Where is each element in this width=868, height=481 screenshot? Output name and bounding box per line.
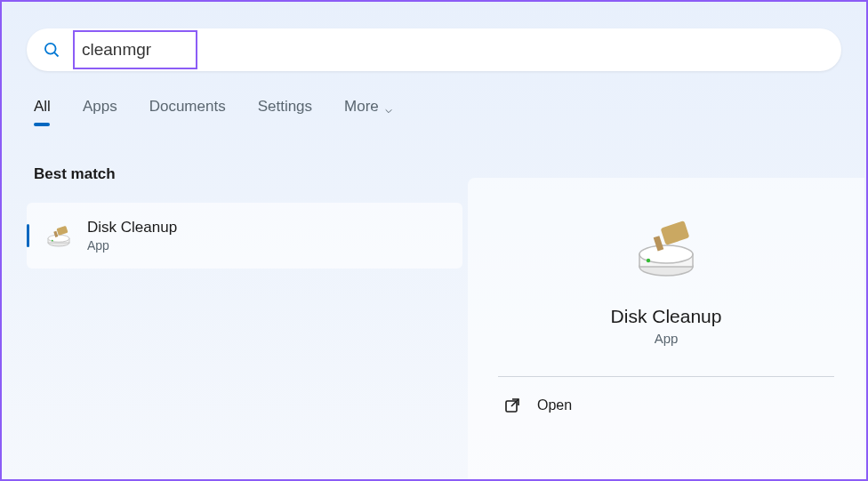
result-subtitle: App (87, 238, 177, 253)
result-disk-cleanup[interactable]: Disk Cleanup App (27, 203, 462, 269)
tab-all[interactable]: All (34, 98, 51, 126)
tab-settings[interactable]: Settings (258, 98, 312, 126)
svg-rect-12 (661, 220, 690, 245)
svg-line-1 (54, 52, 58, 56)
search-bar (27, 28, 841, 71)
filter-tabs: All Apps Documents Settings More (34, 98, 866, 126)
search-input[interactable] (82, 40, 189, 60)
tab-more-label: More (344, 98, 379, 116)
detail-title: Disk Cleanup (468, 306, 864, 327)
open-action[interactable]: Open (468, 377, 864, 434)
search-icon (43, 41, 60, 59)
disk-cleanup-icon (44, 221, 73, 250)
search-highlight-box (73, 30, 197, 69)
open-external-icon (503, 397, 521, 414)
svg-point-4 (48, 235, 69, 242)
detail-subtitle: App (468, 331, 864, 346)
svg-point-0 (45, 44, 56, 54)
detail-panel: Disk Cleanup App Open (468, 178, 864, 481)
chevron-down-icon (384, 102, 393, 111)
disk-cleanup-large-icon (631, 213, 702, 285)
open-label: Open (537, 397, 572, 413)
tab-documents[interactable]: Documents (149, 98, 226, 126)
svg-point-11 (647, 259, 650, 262)
result-title: Disk Cleanup (87, 219, 177, 236)
svg-rect-6 (56, 226, 68, 236)
results-column: Best match Disk Cleanup App (27, 165, 462, 269)
section-best-match: Best match (34, 165, 462, 183)
tab-apps[interactable]: Apps (83, 98, 117, 126)
svg-point-5 (52, 240, 53, 242)
tab-more[interactable]: More (344, 98, 393, 126)
